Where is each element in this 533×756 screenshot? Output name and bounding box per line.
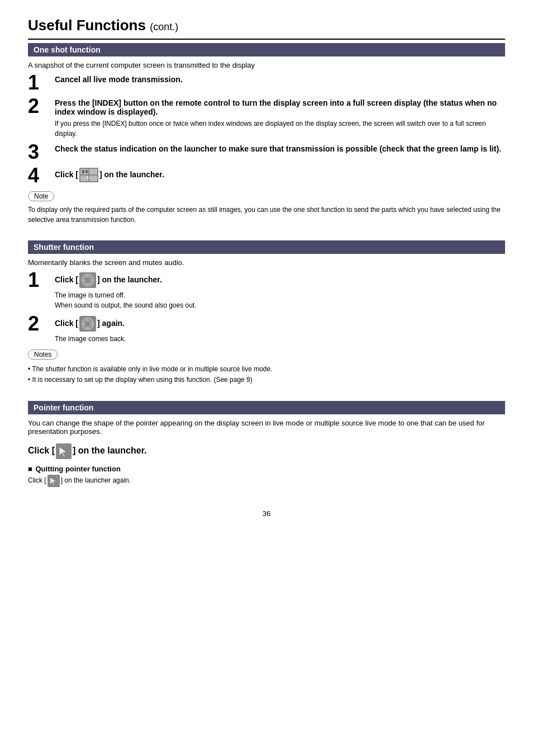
pointer-desc: You can change the shape of the pointer … <box>28 419 505 436</box>
quitting-title: Quitting pointer function <box>28 465 505 473</box>
step-1: 1 Cancel all live mode transmission. <box>28 75 505 93</box>
step-content-3: Check the status indication on the launc… <box>55 144 505 155</box>
shutter-icon-2 <box>79 316 96 332</box>
list-item: It is necessary to set up the display wh… <box>28 375 505 385</box>
shutter-step-number-2: 2 <box>28 314 55 334</box>
page-number: 36 <box>28 509 505 518</box>
pointer-icon <box>56 443 72 459</box>
note-text: To display only the required parts of th… <box>28 205 505 225</box>
one-shot-note: Note To display only the required parts … <box>28 191 505 225</box>
one-shot-header: One shot function <box>28 43 505 56</box>
page-title: Useful Functions (cont.) <box>28 17 505 40</box>
step-number-2: 2 <box>28 96 55 116</box>
shutter-desc: Momentarily blanks the screen and mutes … <box>28 258 505 267</box>
step-content-2: Press the [INDEX] button on the remote c… <box>55 98 505 139</box>
shutter-step-body-2: The image comes back. <box>55 334 505 344</box>
shutter-step-number-1: 1 <box>28 270 55 290</box>
shutter-step-title-1: Click [ ] on the launcher. <box>55 272 505 288</box>
shutter-header: Shutter function <box>28 240 505 254</box>
list-item: The shutter function is available only i… <box>28 364 505 375</box>
step-title-4: Click [ 1↑ ] on the launcher. <box>55 168 505 182</box>
oneshot-icon: 1↑ <box>79 168 98 182</box>
shutter-step-2: 2 Click [ ] again. The image comes back. <box>28 316 505 344</box>
shutter-note-list: The shutter function is available only i… <box>28 364 505 385</box>
shutter-step-title-2: Click [ ] again. <box>55 316 505 332</box>
step-2: 2 Press the [INDEX] button on the remote… <box>28 98 505 139</box>
pointer-header: Pointer function <box>28 401 505 414</box>
step-number-1: 1 <box>28 73 55 93</box>
shutter-icon-1 <box>79 272 96 288</box>
pointer-step-1: Click [ ] on the launcher. <box>28 443 505 459</box>
one-shot-desc: A snapshot of the current computer scree… <box>28 61 505 69</box>
shutter-notes: Notes The shutter function is available … <box>28 349 505 385</box>
step-4: 4 Click [ 1↑ ] on the launcher. <box>28 168 505 186</box>
one-shot-section: One shot function A snapshot of the curr… <box>28 43 505 225</box>
svg-rect-2 <box>89 169 97 174</box>
svg-rect-5 <box>82 170 84 173</box>
shutter-step-content-2: Click [ ] again. The image comes back. <box>55 316 505 344</box>
pointer-icon-small <box>47 475 60 487</box>
step-body-2: If you press the [INDEX] button once or … <box>55 119 505 139</box>
shutter-section: Shutter function Momentarily blanks the … <box>28 240 505 385</box>
step-title-1: Cancel all live mode transmission. <box>55 75 505 84</box>
svg-text:1↑: 1↑ <box>87 175 91 180</box>
step-number-4: 4 <box>28 166 55 186</box>
step-3: 3 Check the status indication on the lau… <box>28 144 505 162</box>
step-content-1: Cancel all live mode transmission. <box>55 75 505 86</box>
step-title-2: Press the [INDEX] button on the remote c… <box>55 98 505 116</box>
shutter-step-content-1: Click [ ] on the launcher. The image is … <box>55 272 505 310</box>
note-label: Note <box>28 191 54 201</box>
step-number-3: 3 <box>28 142 55 162</box>
pointer-section: Pointer function You can change the shap… <box>28 401 505 487</box>
svg-rect-6 <box>85 170 88 173</box>
shutter-step-1: 1 Click [ ] on the launcher. The image i… <box>28 272 505 310</box>
quitting-subsection: Quitting pointer function Click [ ] on t… <box>28 465 505 487</box>
shutter-step-body-1: The image is turned off. When sound is o… <box>55 290 505 310</box>
quitting-text: Click [ ] on the launcher again. <box>28 475 505 487</box>
step-content-4: Click [ 1↑ ] on the launcher. <box>55 168 505 185</box>
step-title-3: Check the status indication on the launc… <box>55 144 505 153</box>
shutter-note-label: Notes <box>28 349 58 360</box>
